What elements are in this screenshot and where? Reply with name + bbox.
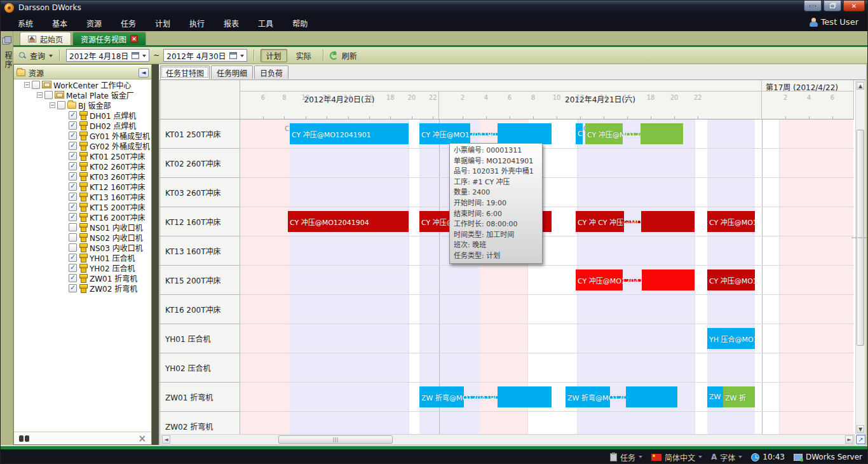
tree-checkbox[interactable] (69, 264, 77, 272)
scroll-left-icon[interactable]: ◄ (162, 435, 170, 444)
find-icon[interactable] (19, 435, 29, 442)
tree-expander-icon[interactable]: − (37, 92, 43, 98)
tree-checkbox[interactable] (69, 162, 77, 170)
status-item-clipboard[interactable]: 任务 (610, 452, 642, 463)
task-bar[interactable]: CY 冲压@MO12041901 (419, 123, 470, 144)
tree-item-KT01[interactable]: KT01 250T冲床 (14, 151, 151, 161)
menu-item-1[interactable]: 基本 (43, 15, 77, 31)
tree-item-NS02[interactable]: NS02 内收口机 (14, 232, 151, 242)
task-bar[interactable]: YH 压合@MO1 (707, 328, 755, 349)
clear-filter-icon[interactable]: × (138, 435, 146, 442)
task-bar[interactable]: ZW 折弯@MO12041901 (566, 386, 610, 407)
vertical-scrollbar[interactable]: ▲ ▼ (855, 81, 865, 434)
task-bar[interactable] (642, 270, 695, 290)
task-bar[interactable] (641, 123, 683, 144)
tree-item-NS01[interactable]: NS01 内收口机 (14, 222, 151, 232)
tree-checkbox[interactable] (69, 172, 77, 181)
menu-item-4[interactable]: 计划 (146, 15, 180, 31)
tree-checkbox[interactable] (69, 142, 77, 150)
task-bar[interactable]: ZW (707, 386, 723, 407)
query-button[interactable]: 查询 (30, 50, 45, 61)
tree-item-KT12[interactable]: KT12 160T冲床 (14, 181, 151, 191)
actual-toggle-button[interactable]: 实际 (291, 49, 316, 62)
tree-checkbox[interactable] (69, 182, 77, 191)
minimize-button[interactable] (804, 1, 822, 11)
view-tab-2[interactable]: 日负荷 (254, 65, 288, 79)
refresh-button[interactable]: 刷新 (342, 50, 357, 61)
tree-checkbox[interactable] (69, 233, 77, 242)
expand-corner-button[interactable]: ↗ (856, 435, 865, 444)
tree-item-Metal[interactable]: −Metal Plate 钣金厂 (14, 90, 151, 100)
tree-checkbox[interactable] (69, 213, 77, 221)
dropdown-caret-icon[interactable] (639, 456, 642, 460)
tree-expander-icon[interactable]: − (50, 102, 55, 108)
view-tab-0[interactable]: 任务甘特图 (160, 65, 210, 79)
menu-item-5[interactable]: 执行 (180, 15, 214, 31)
tree-checkbox[interactable] (69, 203, 77, 211)
scroll-up-icon[interactable]: ▲ (857, 82, 864, 90)
tab-close-icon[interactable]: × (130, 35, 138, 43)
scroll-right-icon[interactable]: ► (845, 435, 853, 444)
tree-checkbox[interactable] (57, 101, 65, 109)
panel-splitter[interactable] (152, 64, 159, 445)
status-item-clock[interactable]: 10:43 (751, 453, 785, 461)
menu-item-0[interactable]: 系统 (8, 15, 43, 31)
task-bar[interactable]: CY 冲压@MO12041902 (585, 123, 623, 144)
close-button[interactable]: ✕ (843, 1, 865, 11)
tree-item-ZW01[interactable]: ZW01 折弯机 (14, 273, 151, 283)
task-bar[interactable]: CY 冲压@MO12041903 (576, 270, 623, 290)
tab-home-page[interactable]: 起始页 (20, 32, 71, 45)
tree-checkbox[interactable] (32, 81, 40, 89)
tree-item-WorkCenter[interactable]: −WorkCenter 工作中心 (14, 79, 151, 90)
task-bar[interactable] (626, 386, 677, 407)
task-bar[interactable] (498, 386, 552, 407)
task-bar[interactable]: CY 冲压@MO12041904 (288, 211, 409, 232)
tree-checkbox[interactable] (69, 223, 77, 231)
tree-item-BJ[interactable]: −BJ 钣金部 (14, 100, 151, 110)
horizontal-scroll-thumb[interactable] (278, 435, 393, 444)
tree-item-KT16[interactable]: KT16 200T冲床 (14, 212, 151, 222)
scroll-down-icon[interactable]: ▼ (857, 425, 864, 433)
dropdown-caret-icon[interactable] (698, 456, 702, 460)
vertical-scroll-thumb[interactable] (857, 130, 864, 346)
task-bar[interactable]: ZW 折 (723, 386, 755, 407)
menu-item-3[interactable]: 任务 (111, 15, 146, 31)
tree-item-KT15[interactable]: KT15 200T冲床 (14, 201, 151, 212)
horizontal-scrollbar[interactable]: ◄ ► (161, 434, 855, 445)
tree-item-YH02[interactable]: YH02 压合机 (14, 263, 151, 273)
tree-expander-icon[interactable]: − (24, 82, 30, 88)
task-bar[interactable]: CY 冲压@MO1 (707, 211, 755, 232)
view-tab-1[interactable]: 任务明细 (211, 65, 253, 79)
task-bar[interactable] (641, 211, 695, 232)
tree-checkbox[interactable] (44, 91, 53, 99)
tree-item-KT03[interactable]: KT03 260T冲床 (14, 171, 151, 181)
tab-resource-task-view[interactable]: 资源任务视图 × (72, 32, 146, 45)
tree-checkbox[interactable] (69, 132, 77, 140)
task-bar[interactable] (498, 123, 552, 144)
plan-toggle-button[interactable]: 计划 (261, 49, 287, 62)
dropdown-caret-icon[interactable] (738, 456, 742, 460)
task-bar[interactable]: C (576, 123, 583, 144)
tree-item-NS03[interactable]: NS03 内收口机 (14, 242, 151, 252)
tree-item-DH01[interactable]: DH01 点焊机 (14, 110, 151, 120)
tree-item-GY01[interactable]: GY01 外桶成型机 (14, 130, 151, 140)
tree-item-ZW02[interactable]: ZW02 折弯机 (14, 283, 151, 293)
tree-checkbox[interactable] (69, 284, 77, 292)
tree-checkbox[interactable] (69, 152, 77, 160)
task-bar[interactable]: ZW 折弯@MO12041901 (419, 386, 464, 407)
tree-checkbox[interactable] (69, 193, 77, 201)
collapsed-panel-strip[interactable]: 程序 (1, 31, 13, 445)
status-item-server[interactable]: DWorks Server (794, 453, 862, 461)
status-item-flag[interactable]: 简体中文 (651, 452, 702, 463)
query-dropdown-icon[interactable] (49, 55, 53, 59)
date-from-field[interactable]: 2012年 4月18日 (66, 49, 149, 62)
calendar-icon[interactable] (229, 52, 237, 59)
menu-item-8[interactable]: 帮助 (283, 15, 317, 31)
menu-item-6[interactable]: 报表 (214, 15, 248, 31)
tree-checkbox[interactable] (69, 274, 77, 282)
status-item-font[interactable]: A字体 (711, 452, 742, 463)
restore-button[interactable] (824, 1, 841, 11)
date-to-field[interactable]: 2012年 4月30日 (163, 49, 247, 62)
calendar-icon[interactable] (132, 52, 139, 59)
menu-item-7[interactable]: 工具 (248, 15, 283, 31)
